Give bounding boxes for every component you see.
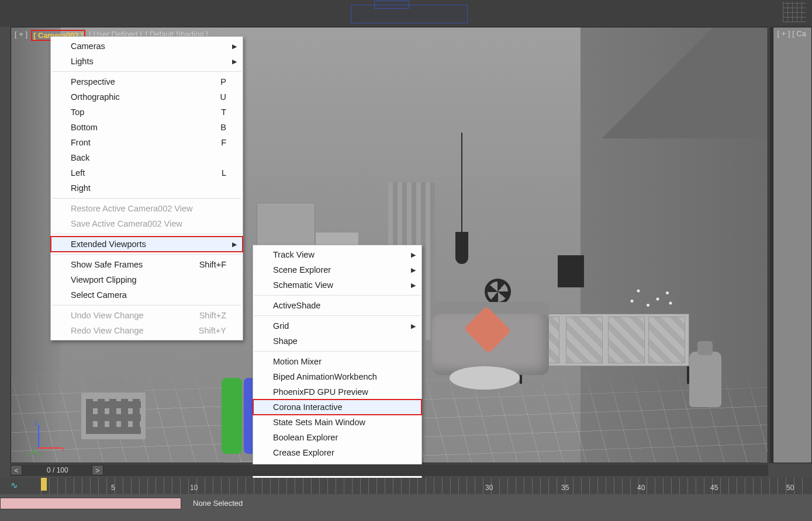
- menu-safe-frames[interactable]: Show Safe FramesShift+F: [51, 257, 243, 272]
- menu-shortcut: Shift+F: [199, 260, 226, 269]
- submenu-state-sets[interactable]: State Sets Main Window: [253, 415, 421, 430]
- timeline-prev-button[interactable]: <: [11, 465, 22, 475]
- viewport-label-plus[interactable]: [ + ]: [15, 30, 27, 41]
- menu-front[interactable]: FrontF: [51, 135, 243, 150]
- menu-right-label: Right: [71, 183, 91, 193]
- submenu-arrow-icon: ▶: [232, 43, 237, 50]
- menu-redo-view-label: Redo View Change: [71, 326, 144, 335]
- menu-lights[interactable]: Lights▶: [51, 54, 243, 69]
- menu-shortcut: L: [222, 168, 226, 178]
- menu-viewport-clipping-label: Viewport Clipping: [71, 275, 137, 284]
- menu-shortcut: B: [220, 123, 226, 132]
- submenu-shape[interactable]: Shape: [253, 334, 421, 349]
- menu-viewport-clipping[interactable]: Viewport Clipping: [51, 272, 243, 287]
- submenu-track-view-label: Track View: [273, 250, 315, 259]
- menu-shortcut: T: [221, 107, 226, 117]
- menu-separator: [52, 254, 241, 255]
- viewport-secondary[interactable]: [773, 27, 812, 463]
- menu-right[interactable]: Right: [51, 180, 243, 196]
- submenu-arrow-icon: ▶: [232, 241, 237, 248]
- menu-top[interactable]: TopT: [51, 105, 243, 120]
- submenu-corona-interactive[interactable]: Corona Interactive: [253, 400, 421, 415]
- menu-undo-view-label: Undo View Change: [71, 311, 144, 320]
- menu-extended-viewports-label: Extended Viewports: [71, 239, 146, 249]
- menu-lights-label: Lights: [71, 57, 94, 66]
- submenu-activeshade[interactable]: ActiveShade: [253, 298, 421, 313]
- menu-perspective[interactable]: PerspectiveP: [51, 74, 243, 89]
- submenu-phoenixfd[interactable]: PhoenixFD GPU Preview: [253, 384, 421, 400]
- menu-separator: [254, 295, 420, 296]
- ruler-number: 50: [786, 484, 794, 492]
- time-marker[interactable]: [41, 478, 47, 491]
- menu-separator: [52, 71, 241, 72]
- extended-viewports-submenu: Track View▶ Scene Explorer▶ Schematic Vi…: [253, 245, 422, 493]
- selection-status: None Selected: [193, 499, 243, 508]
- scene-biped-green: [222, 378, 242, 454]
- viewport2-label[interactable]: [ + ] [ Ca: [778, 29, 807, 38]
- menu-shortcut: Shift+Y: [199, 326, 226, 335]
- menu-back-label: Back: [71, 153, 89, 162]
- menu-orthographic[interactable]: OrthographicU: [51, 89, 243, 105]
- submenu-grid-label: Grid: [273, 321, 289, 331]
- scene-ceiling: [510, 27, 768, 138]
- menu-cameras[interactable]: Cameras▶: [51, 39, 243, 54]
- menu-top-label: Top: [71, 107, 84, 117]
- submenu-track-view[interactable]: Track View▶: [253, 247, 421, 262]
- submenu-scene-explorer[interactable]: Scene Explorer▶: [253, 262, 421, 277]
- submenu-activeshade-label: ActiveShade: [273, 301, 320, 310]
- scene-wall-art: [558, 255, 584, 287]
- submenu-boolean-explorer[interactable]: Boolean Explorer: [253, 430, 421, 445]
- menu-left-label: Left: [71, 168, 85, 178]
- timeline-frame-display: 0 / 100: [23, 466, 92, 474]
- submenu-shape-label: Shape: [273, 336, 298, 346]
- menu-restore-camera: Restore Active Camera002 View: [51, 201, 243, 216]
- menu-extended-viewports[interactable]: Extended Viewports▶: [51, 237, 243, 252]
- submenu-crease-explorer[interactable]: Crease Explorer: [253, 445, 421, 460]
- menu-cameras-label: Cameras: [71, 41, 105, 51]
- menu-bottom[interactable]: BottomB: [51, 120, 243, 135]
- maxscript-mini-listener[interactable]: [0, 498, 181, 509]
- submenu-corona-interactive-label: Corona Interactive: [273, 402, 342, 412]
- submenu-schematic-view[interactable]: Schematic View▶: [253, 277, 421, 293]
- menu-undo-view: Undo View ChangeShift+Z: [51, 308, 243, 323]
- menu-redo-view: Redo View ChangeShift+Y: [51, 323, 243, 338]
- ruler-number: 5: [111, 484, 115, 492]
- timeline-next-button[interactable]: >: [92, 465, 103, 475]
- time-ruler[interactable]: ∿ 5 10 30 35 40 45 50: [0, 478, 812, 494]
- submenu-scene-explorer-label: Scene Explorer: [273, 265, 331, 275]
- scene-milk-can: [689, 352, 721, 407]
- menu-separator: [52, 198, 241, 199]
- grid-icon[interactable]: [783, 2, 806, 22]
- submenu-biped-workbench[interactable]: Biped AnimationWorkbench: [253, 369, 421, 384]
- menu-shortcut: F: [221, 138, 226, 147]
- scene-house-windows: [86, 399, 141, 434]
- submenu-arrow-icon: ▶: [411, 322, 416, 330]
- scene-flowers: [619, 279, 683, 319]
- audio-wave-icon[interactable]: ∿: [11, 480, 18, 491]
- submenu-schematic-view-label: Schematic View: [273, 280, 333, 290]
- menu-select-camera[interactable]: Select Camera: [51, 287, 243, 303]
- submenu-phoenixfd-label: PhoenixFD GPU Preview: [273, 387, 368, 397]
- menu-shortcut: U: [220, 92, 226, 102]
- menu-safe-frames-label: Show Safe Frames: [71, 260, 143, 269]
- status-bar: None Selected: [0, 494, 812, 521]
- menu-separator: [52, 234, 241, 234]
- menu-back[interactable]: Back: [51, 150, 243, 165]
- timeline-bar[interactable]: < 0 / 100 >: [11, 464, 768, 476]
- blueprint-shape: [351, 5, 468, 23]
- menu-left[interactable]: LeftL: [51, 165, 243, 180]
- scene-fan: [485, 279, 511, 305]
- submenu-state-sets-label: State Sets Main Window: [273, 418, 365, 427]
- submenu-boolean-explorer-label: Boolean Explorer: [273, 433, 338, 442]
- submenu-arrow-icon: ▶: [232, 58, 237, 65]
- menu-save-camera-label: Save Active Camera002 View: [71, 219, 182, 228]
- menu-orthographic-label: Orthographic: [71, 92, 120, 102]
- blueprint-shape: [374, 1, 409, 9]
- submenu-motion-mixer[interactable]: Motion Mixer: [253, 354, 421, 369]
- top-strip: [0, 0, 812, 27]
- scene-coffee-table: [450, 366, 520, 390]
- scene-pendant-lamp: [455, 232, 468, 264]
- menu-separator: [52, 305, 241, 305]
- submenu-grid[interactable]: Grid▶: [253, 318, 421, 334]
- submenu-arrow-icon: ▶: [411, 266, 416, 274]
